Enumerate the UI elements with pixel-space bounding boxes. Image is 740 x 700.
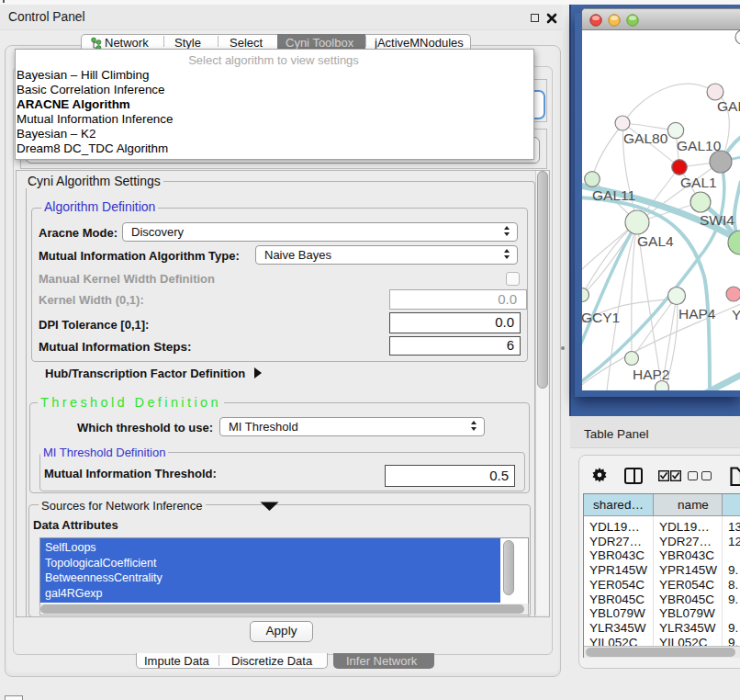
svg-text:GAL1: GAL1 <box>680 175 717 190</box>
svg-text:HAP4: HAP4 <box>678 306 716 322</box>
svg-text:GAL11: GAL11 <box>592 187 635 203</box>
svg-text:GAL80: GAL80 <box>623 130 668 146</box>
svg-text:GAL4: GAL4 <box>637 233 674 249</box>
svg-text:GAL10: GAL10 <box>677 138 722 153</box>
svg-text:GCY1: GCY1 <box>582 310 620 325</box>
svg-text:SWI4: SWI4 <box>700 212 734 228</box>
svg-text:HAP2: HAP2 <box>633 367 670 382</box>
svg-text:Y: Y <box>732 307 740 322</box>
svg-text:GAL7: GAL7 <box>717 98 740 114</box>
